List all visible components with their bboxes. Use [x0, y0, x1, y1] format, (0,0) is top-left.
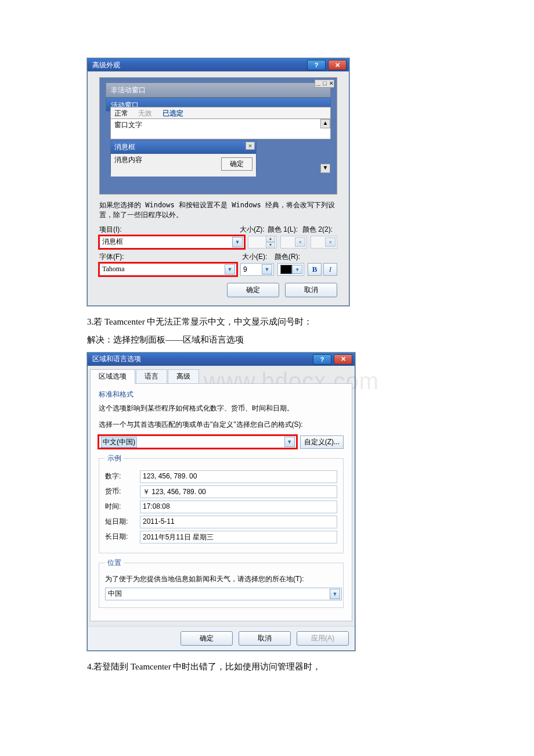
chevron-down-icon: ▼: [225, 264, 235, 275]
font-dropdown[interactable]: Tahoma ▼: [99, 263, 237, 276]
fontsize-value: 9: [243, 265, 247, 273]
sample-legend: 示例: [105, 453, 124, 463]
titlebar: 区域和语言选项 ? ✕: [88, 353, 355, 366]
location-value: 中国: [108, 589, 122, 599]
preview-inactive-title: 非活动窗口: [106, 83, 330, 98]
preview-msgbox-content: 消息内容: [114, 155, 142, 165]
dialog-title: 高级外观: [92, 60, 120, 70]
window-controls-icon: _ □ ×: [315, 80, 334, 88]
customize-button[interactable]: 自定义(Z)...: [300, 435, 344, 449]
locale-dropdown[interactable]: 中文(中国) ▼: [99, 435, 297, 448]
ok-button[interactable]: 确定: [227, 283, 279, 297]
italic-button[interactable]: I: [323, 263, 337, 276]
preview-msgbox: 消息框 × 消息内容 确定: [110, 141, 257, 174]
titlebar: 高级外观 ? ✕: [88, 59, 349, 71]
shortdate-value: 2011-5-11: [140, 516, 337, 528]
item-label: 项目(I):: [99, 225, 240, 235]
location-desc: 为了便于为您提供当地信息如新闻和天气，请选择您的所在地(T):: [105, 574, 337, 584]
menu-selected: 已选定: [163, 109, 183, 117]
font-label: 字体(F):: [99, 252, 242, 262]
longdate-value: 2011年5月11日 星期三: [140, 531, 337, 543]
scroll-down-icon: ▼: [320, 164, 330, 173]
standards-legend: 标准和格式: [99, 390, 344, 399]
font-value: Tahoma: [102, 265, 124, 273]
sizez-label: 大小(Z):: [240, 225, 268, 235]
sample-fieldset: 示例 数字:123, 456, 789. 00 货币:￥ 123, 456, 7…: [99, 453, 344, 553]
tab-advanced[interactable]: 高级: [168, 369, 199, 384]
note-text: 如果您选择的 Windows 和按钮设置不是 Windows 经典，将会改写下列…: [99, 200, 337, 220]
spin-down-icon: ▼: [266, 242, 275, 249]
spin-up-icon: ▲: [266, 236, 275, 242]
preview-text-area: 窗口文字: [110, 118, 331, 139]
region-language-dialog: 区域和语言选项 ? ✕ www.bdocx.com 区域选项 语言 高级 标准和…: [87, 352, 355, 651]
cancel-button[interactable]: 取消: [285, 283, 337, 297]
time-value: 17:08:08: [140, 501, 337, 513]
advanced-appearance-dialog: 高级外观 ? ✕ 非活动窗口 _ □ × 活动窗口 _ □ × 正常 无效: [87, 58, 349, 306]
tab-language[interactable]: 语言: [136, 369, 167, 384]
standards-desc2: 选择一个与其首选项匹配的项或单击"自定义"选择您自己的格式(S):: [99, 419, 344, 430]
location-dropdown[interactable]: 中国 ▼: [105, 588, 342, 600]
shortdate-label: 短日期:: [105, 517, 140, 527]
tab-region-options[interactable]: 区域选项: [90, 369, 135, 384]
currency-label: 货币:: [105, 487, 140, 496]
time-label: 时间:: [105, 502, 140, 512]
preview-ok-button: 确定: [221, 157, 252, 171]
bold-button[interactable]: B: [308, 263, 322, 276]
chevron-down-icon: ▼: [330, 589, 340, 599]
item-value: 消息框: [102, 237, 123, 247]
cancel-button[interactable]: 取消: [239, 631, 291, 646]
preview-text-label: 窗口文字: [114, 121, 142, 129]
currency-value: ￥ 123, 456, 789. 00: [140, 485, 337, 498]
close-icon[interactable]: ✕: [328, 60, 347, 70]
menu-disabled: 无效: [138, 109, 152, 117]
chevron-down-icon: ▾: [295, 237, 305, 247]
sizez-spinner[interactable]: ▲▼: [248, 236, 277, 249]
color-swatch: [280, 265, 292, 274]
fontsize-dropdown[interactable]: 9 ▼: [240, 263, 274, 276]
help-icon[interactable]: ?: [307, 60, 326, 70]
item-dropdown[interactable]: 消息框 ▼: [99, 236, 244, 249]
doc-text-3b: 解决：选择控制面板——区域和语言选项: [87, 334, 447, 345]
color1-label: 颜色 1(L):: [268, 225, 302, 235]
preview-inactive-window: 非活动窗口 _ □ ×: [106, 82, 331, 98]
chevron-down-icon: ▾: [292, 265, 302, 274]
dialog-title: 区域和语言选项: [92, 354, 141, 364]
close-icon[interactable]: ✕: [334, 354, 352, 365]
preview-area: 非活动窗口 _ □ × 活动窗口 _ □ × 正常 无效 已选定 窗口文字 ▲: [99, 77, 337, 195]
longdate-label: 长日期:: [105, 532, 140, 542]
ok-button[interactable]: 确定: [181, 631, 233, 646]
color1-picker[interactable]: ▾: [280, 236, 307, 249]
location-legend: 位置: [105, 558, 124, 568]
doc-text-3: 3.若 Teamcenter 中无法正常显示中文，中文显示成问号时：: [87, 316, 447, 327]
number-value: 123, 456, 789. 00: [140, 470, 337, 483]
help-icon[interactable]: ?: [313, 354, 331, 365]
color2-label: 颜色 2(2):: [302, 225, 337, 235]
close-icon: ×: [246, 142, 255, 150]
color2-picker[interactable]: ▾: [311, 236, 337, 249]
number-label: 数字:: [105, 471, 140, 481]
sizee-label: 大小(E):: [242, 252, 275, 262]
locale-value: 中文(中国): [102, 437, 136, 447]
menu-normal: 正常: [114, 109, 128, 117]
preview-msgbox-title: 消息框 ×: [111, 141, 256, 154]
colorr-label: 颜色(R):: [275, 252, 309, 262]
standards-desc1: 这个选项影响到某些程序如何格式化数字、货币、时间和日期。: [99, 403, 344, 413]
doc-text-4: 4.若登陆到 Teamcenter 中时出错了，比如使用访问管理器时，: [87, 661, 447, 672]
chevron-down-icon: ▼: [232, 237, 243, 247]
fontcolor-picker[interactable]: ▾: [277, 263, 304, 276]
apply-button[interactable]: 应用(A): [297, 631, 349, 646]
chevron-down-icon: ▾: [325, 237, 335, 247]
scroll-up-icon: ▲: [320, 119, 330, 128]
chevron-down-icon: ▼: [284, 437, 295, 447]
chevron-down-icon: ▼: [262, 264, 272, 275]
location-fieldset: 位置 为了便于为您提供当地信息如新闻和天气，请选择您的所在地(T): 中国 ▼: [99, 558, 344, 608]
